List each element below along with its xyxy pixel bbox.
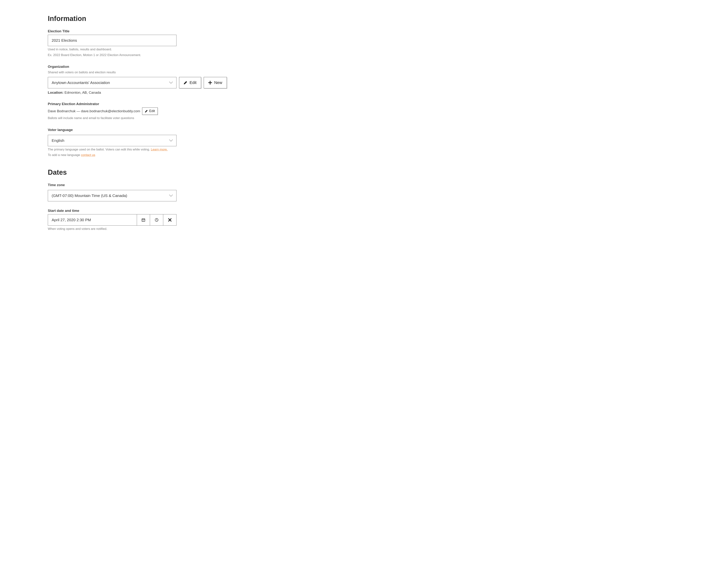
location-label: Location: xyxy=(48,91,64,94)
svg-point-1 xyxy=(143,220,143,220)
learn-more-link[interactable]: Learn more. xyxy=(151,148,168,151)
field-election-title: Election Title Used in notice, ballots, … xyxy=(48,29,680,57)
organization-edit-label: Edit xyxy=(190,80,196,85)
field-admin: Primary Election Administrator Dave Bodn… xyxy=(48,102,680,121)
language-help-1: The primary language used on the ballot.… xyxy=(48,147,680,152)
plus-icon xyxy=(208,81,212,85)
location-value: Edmonton, AB, Canada xyxy=(65,91,101,94)
pencil-icon xyxy=(184,81,187,85)
time-picker-button[interactable] xyxy=(150,214,163,226)
start-date-help: When voting opens and voters are notifie… xyxy=(48,227,680,231)
field-language: Voter language English The primary langu… xyxy=(48,128,680,157)
admin-help: Ballots will include name and email to f… xyxy=(48,116,680,121)
organization-select[interactable]: Anytown Accountants' Association xyxy=(48,77,177,88)
admin-edit-label: Edit xyxy=(149,109,155,113)
election-title-label: Election Title xyxy=(48,29,680,33)
calendar-icon xyxy=(142,218,146,222)
organization-edit-button[interactable]: Edit xyxy=(179,77,201,88)
start-date-label: Start date and time xyxy=(48,209,680,213)
clock-icon xyxy=(155,218,159,222)
language-label: Voter language xyxy=(48,128,680,132)
election-title-input[interactable] xyxy=(48,35,177,46)
svg-point-4 xyxy=(143,221,143,221)
language-help-2: To add a new language contact us xyxy=(48,153,680,157)
clear-date-button[interactable] xyxy=(163,214,177,226)
language-select[interactable]: English xyxy=(48,135,177,146)
organization-label: Organization xyxy=(48,65,680,69)
admin-value: Dave Bodnarchuk — dave.bodnarchuk@electi… xyxy=(48,109,140,113)
timezone-select[interactable]: (GMT-07:00) Mountain Time (US & Canada) xyxy=(48,190,177,201)
organization-sub: Shared with voters on ballots and electi… xyxy=(48,70,680,75)
admin-edit-button[interactable]: Edit xyxy=(142,107,158,115)
section-heading-dates: Dates xyxy=(48,168,680,177)
section-heading-information: Information xyxy=(48,15,680,23)
contact-us-link[interactable]: contact us xyxy=(81,153,95,157)
timezone-label: Time zone xyxy=(48,183,680,187)
start-date-input[interactable] xyxy=(48,214,137,226)
election-title-help-2: Ex. 2022 Board Election, Motion 1 or 202… xyxy=(48,53,680,58)
close-icon xyxy=(168,218,172,222)
admin-label: Primary Election Administrator xyxy=(48,102,680,106)
svg-point-3 xyxy=(144,220,144,220)
election-title-help-1: Used in notice, ballots, results and das… xyxy=(48,47,680,52)
field-timezone: Time zone (GMT-07:00) Mountain Time (US … xyxy=(48,183,680,201)
organization-new-label: New xyxy=(214,80,222,85)
field-organization: Organization Shared with voters on ballo… xyxy=(48,65,680,95)
svg-point-2 xyxy=(143,220,144,220)
organization-location: Location: Edmonton, AB, Canada xyxy=(48,91,680,95)
date-picker-button[interactable] xyxy=(137,214,150,226)
svg-point-5 xyxy=(143,221,144,221)
pencil-icon xyxy=(145,110,148,113)
organization-new-button[interactable]: New xyxy=(204,77,227,88)
field-start-date: Start date and time When voting opens an… xyxy=(48,209,680,231)
